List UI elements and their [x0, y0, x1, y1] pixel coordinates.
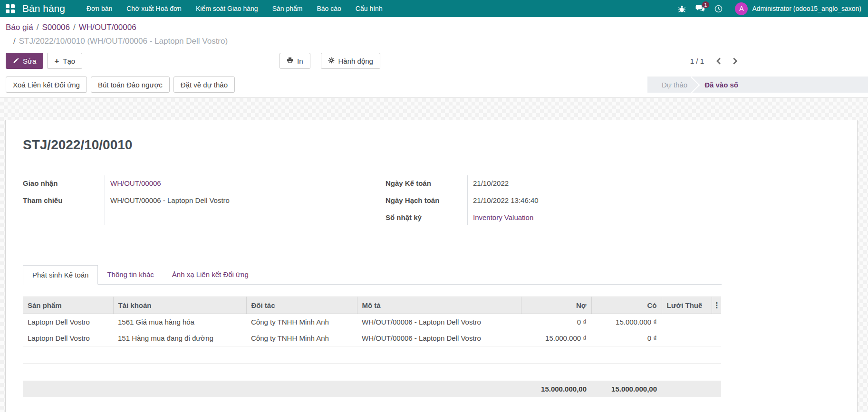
table-header-row: Sản phẩm Tài khoản Đối tác Mô tả Nợ Có L…: [23, 297, 721, 314]
systray: 1 A Administrator (odoo15_anglo_saxon): [678, 2, 861, 15]
apps-grid-icon[interactable]: [6, 4, 15, 13]
field-label: Sổ nhật ký: [386, 213, 467, 221]
main-menu: Đơn bán Chờ xuất Hoá đơn Kiểm soát Giao …: [79, 0, 390, 17]
menu-cau-hinh[interactable]: Cấu hình: [348, 0, 390, 17]
field-group-right: Ngày Kế toán 21/10/2022 Ngày Hạch toán 2…: [386, 174, 722, 226]
page-title: STJ/2022/10/0010: [23, 137, 722, 153]
total-debit: 15.000.000,00: [521, 381, 591, 397]
menu-bao-cao[interactable]: Báo cáo: [309, 0, 348, 17]
breadcrumb-s00006[interactable]: S00006: [42, 23, 70, 32]
journal-link[interactable]: Inventory Valuation: [473, 213, 533, 221]
field-label: Ngày Kế toán: [386, 179, 467, 187]
breadcrumb-wh-out[interactable]: WH/OUT/00006: [79, 23, 136, 32]
delivery-link[interactable]: WH/OUT/00006: [110, 179, 161, 187]
reverse-entry-button[interactable]: Bút toán Đảo ngược: [91, 77, 170, 93]
header-label[interactable]: Mô tả: [357, 297, 521, 314]
actions-bar: Xoá Liên kết Đối ứng Bút toán Đảo ngược …: [0, 75, 868, 98]
menu-san-pham[interactable]: Sản phẩm: [265, 0, 310, 17]
cell-product: Laptopn Dell Vostro: [23, 330, 113, 346]
status-draft[interactable]: Dự thảo: [662, 81, 687, 89]
posting-date-value: 21/10/2022 13:46:40: [467, 196, 539, 204]
total-credit: 15.000.000,00: [591, 381, 662, 397]
breadcrumb-bao-gia[interactable]: Báo giá: [6, 23, 33, 32]
create-button[interactable]: + Tạo: [47, 53, 82, 69]
field-groups: Giao nhận WH/OUT/00006 Tham chiếu WH/OUT…: [23, 174, 722, 226]
header-tax-grid[interactable]: Lưới Thuế: [662, 297, 712, 314]
field-tham-chieu: Tham chiếu WH/OUT/00006 - Laptopn Dell V…: [23, 192, 359, 209]
cell-debit: 0 ₫: [521, 314, 591, 330]
field-label: Ngày Hạch toán: [386, 196, 467, 204]
field-giao-nhan: Giao nhận WH/OUT/00006: [23, 174, 359, 192]
header-debit[interactable]: Nợ: [521, 297, 591, 314]
accounting-date-value: 21/10/2022: [467, 179, 509, 187]
printer-icon: [287, 57, 293, 65]
cell-debit: 15.000.000 ₫: [521, 330, 591, 346]
table-empty-row: [23, 346, 721, 364]
tab-journal-items[interactable]: Phát sinh Kế toán: [23, 265, 98, 285]
header-account[interactable]: Tài khoản: [113, 297, 246, 314]
reference-value: WH/OUT/00006 - Laptopn Dell Vostro: [105, 196, 230, 204]
status-posted[interactable]: Đã vào sổ: [704, 81, 738, 89]
breadcrumb-separator: /: [13, 37, 16, 46]
action-button[interactable]: Hành động: [321, 53, 380, 69]
toolbar: Sửa + Tạo In Hành động 1 / 1: [6, 53, 738, 69]
pager-previous-icon[interactable]: [715, 57, 722, 65]
menu-kiem-soat-giao-hang[interactable]: Kiểm soát Giao hàng: [189, 0, 265, 17]
notebook-tabs: Phát sinh Kế toán Thông tin khác Ánh xạ …: [23, 265, 722, 285]
field-ngay-hach-toan: Ngày Hạch toán 21/10/2022 13:46:40: [386, 192, 722, 209]
user-menu[interactable]: A Administrator (odoo15_anglo_saxon): [735, 2, 861, 15]
field-group-left: Giao nhận WH/OUT/00006 Tham chiếu WH/OUT…: [23, 174, 359, 226]
cell-credit: 0 ₫: [591, 330, 662, 346]
table-spacer-row: [23, 364, 721, 381]
status-arrow-icon: [687, 77, 704, 93]
table-row[interactable]: Laptopn Dell Vostro 1561 Giá mua hàng hó…: [23, 314, 721, 330]
messages-icon[interactable]: 1: [695, 5, 705, 13]
cell-credit: 15.000.000 ₫: [591, 314, 662, 330]
breadcrumb: Báo giá/S00006/WH/OUT/00006: [6, 22, 738, 33]
edit-button[interactable]: Sửa: [6, 53, 43, 69]
menu-cho-xuat-hoa-don[interactable]: Chờ xuất Hoá đơn: [119, 0, 189, 17]
menu-don-ban[interactable]: Đơn bán: [79, 0, 119, 17]
journal-items-table: Sản phẩm Tài khoản Đối tác Mô tả Nợ Có L…: [23, 297, 722, 397]
cell-tax-grid: [662, 330, 712, 346]
debug-bug-icon[interactable]: [678, 5, 686, 13]
app-brand[interactable]: Bán hàng: [22, 3, 65, 14]
breadcrumb-current-line: /STJ/2022/10/0010 (WH/OUT/00006 - Laptop…: [6, 36, 738, 47]
table-row[interactable]: Laptopn Dell Vostro 151 Hàng mua đang đi…: [23, 330, 721, 346]
header-product[interactable]: Sản phẩm: [23, 297, 113, 314]
print-button[interactable]: In: [280, 53, 310, 69]
form-sheet: STJ/2022/10/0010 Giao nhận WH/OUT/00006 …: [5, 120, 858, 412]
statusbar: Dự thảo Đã vào sổ: [647, 77, 868, 93]
tab-other-info[interactable]: Thông tin khác: [98, 265, 163, 285]
field-label: Giao nhận: [23, 179, 105, 187]
header-credit[interactable]: Có: [591, 297, 662, 314]
gear-icon: [328, 57, 335, 65]
pencil-icon: [13, 57, 19, 65]
cell-label: WH/OUT/00006 - Laptopn Dell Vostro: [357, 314, 521, 330]
top-navbar: Bán hàng Đơn bán Chờ xuất Hoá đơn Kiểm s…: [0, 0, 868, 17]
breadcrumb-current: STJ/2022/10/0010 (WH/OUT/00006 - Laptopn…: [19, 37, 228, 46]
cell-account: 1561 Giá mua hàng hóa: [113, 314, 246, 330]
field-label: Tham chiếu: [23, 196, 105, 204]
breadcrumb-separator: /: [73, 23, 76, 32]
control-panel: Báo giá/S00006/WH/OUT/00006 /STJ/2022/10…: [0, 17, 868, 75]
column-options-icon[interactable]: ⋮: [713, 301, 721, 309]
cell-partner: Công ty TNHH Minh Anh: [246, 314, 357, 330]
activities-clock-icon[interactable]: [714, 5, 723, 13]
field-ngay-ke-toan: Ngày Kế toán 21/10/2022: [386, 174, 722, 192]
pager: 1 / 1: [690, 57, 738, 65]
cell-account: 151 Hàng mua đang đi đường: [113, 330, 246, 346]
form-background: STJ/2022/10/0010 Giao nhận WH/OUT/00006 …: [0, 98, 868, 412]
table-totals-row: 15.000.000,00 15.000.000,00: [23, 381, 721, 397]
delete-reconciliation-button[interactable]: Xoá Liên kết Đối ứng: [6, 77, 87, 93]
pager-next-icon[interactable]: [732, 57, 738, 65]
cell-product: Laptopn Dell Vostro: [23, 314, 113, 330]
avatar: A: [735, 2, 748, 15]
breadcrumb-separator: /: [37, 23, 39, 32]
reset-to-draft-button[interactable]: Đặt về dự thảo: [174, 77, 235, 93]
header-partner[interactable]: Đối tác: [246, 297, 357, 314]
cell-tax-grid: [662, 314, 712, 330]
cell-partner: Công ty TNHH Minh Anh: [246, 330, 357, 346]
field-so-nhat-ky: Sổ nhật ký Inventory Valuation: [386, 209, 722, 226]
tab-reconciliation-mapping[interactable]: Ánh xạ Liên kết Đối ứng: [163, 265, 258, 285]
